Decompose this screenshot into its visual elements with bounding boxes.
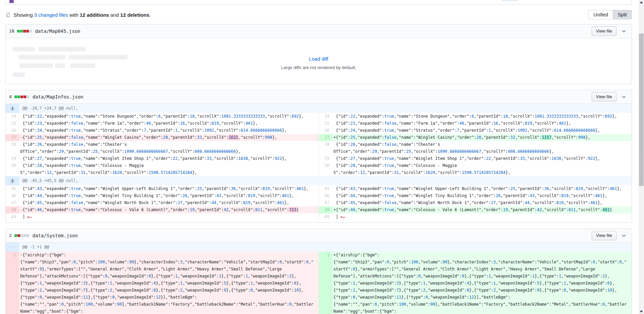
vertical-scrollbar[interactable] — [639, 0, 644, 314]
diff-row: 45 {"id":43,"expanded":true,"name":"Wing… — [6, 185, 632, 192]
diff-row: 1-{"airship":{"bgm":{"name":"Ship3","pan… — [6, 252, 632, 314]
truncated-label-chip — [9, 0, 14, 3]
summary-suffix: . — [149, 12, 151, 18]
line-number[interactable]: 49 — [6, 213, 19, 221]
view-file-button[interactable]: View file — [592, 26, 616, 36]
context-line: 25 {"id":23,"expanded":false,"name":"Far… — [319, 120, 632, 127]
unfold-icon[interactable] — [6, 104, 19, 113]
file-card-map045: 18 data/Map045.json View file Load diff … — [5, 24, 632, 84]
changed-files-link[interactable]: 3 changed files — [34, 12, 68, 18]
changed-word: 1622 — [228, 135, 238, 140]
deleted-code: -{"airship":{"bgm":{"name":"Ship3","pan"… — [19, 252, 319, 314]
skeleton-bar — [13, 72, 25, 77]
line-number[interactable]: 46 — [319, 192, 332, 199]
context-line: 29 {"id":27,"expanded":true,"name":"Wing… — [6, 155, 319, 162]
hunk-header-text: @@ -45,5 +45,5 @@ null, — [19, 176, 82, 185]
context-line: 30 {"id":28,"expanded":true,"name":"Colo… — [6, 162, 319, 176]
line-number[interactable]: 25 — [319, 120, 332, 127]
line-number[interactable]: 28 — [319, 141, 332, 155]
line-number[interactable]: 47 — [6, 199, 19, 206]
context-line: 46 {"id":44,"expanded":true,"name":"Wing… — [6, 192, 319, 199]
load-diff-link[interactable]: Load diff — [309, 56, 328, 62]
summary-middle: with — [68, 12, 80, 18]
deleted-line: 27-{"id":25,"expanded":false,"name":"Win… — [6, 134, 319, 141]
neutral-square — [23, 234, 26, 237]
line-number[interactable]: 28 — [6, 141, 19, 155]
diff-page: Showing 3 changed files with 12 addition… — [5, 0, 632, 314]
chevron-down-icon[interactable] — [622, 233, 626, 238]
line-number[interactable]: 48 — [6, 206, 19, 213]
skeleton-bar — [12, 47, 35, 51]
line-number[interactable]: 49 — [319, 213, 332, 221]
line-number[interactable]: 27 — [6, 134, 19, 141]
context-code: {"id":26,"expanded":false,"name":"Cheste… — [19, 141, 319, 155]
neutral-square — [29, 30, 32, 33]
scroll-up-arrow[interactable] — [640, 1, 643, 3]
addition-square — [14, 234, 17, 237]
line-number[interactable]: 25 — [6, 120, 19, 127]
deleted-line: 1-{"airship":{"bgm":{"name":"Ship3","pan… — [6, 252, 319, 314]
context-line: 24 {"id":22,"expanded":true,"name":"Ston… — [6, 113, 319, 120]
addition-square — [14, 96, 17, 98]
line-number[interactable]: 47 — [319, 199, 332, 206]
context-line: 45 {"id":43,"expanded":true,"name":"Wing… — [319, 185, 632, 192]
diff-toolbar: Showing 3 changed files with 12 addition… — [5, 10, 632, 19]
line-number[interactable]: 29 — [319, 155, 332, 162]
context-code: ] ⊘↵ — [19, 213, 319, 221]
summary-prefix: Showing — [13, 12, 34, 18]
context-line: 26 {"id":24,"expanded":true,"name":"Stra… — [6, 127, 319, 134]
hunk-header-row: ···@@ -1 +1 @@ — [6, 243, 632, 252]
line-number[interactable]: 1 — [319, 252, 332, 314]
deletion-square — [23, 96, 26, 98]
split-view-button[interactable]: Split — [613, 10, 632, 19]
added-line: 48+{"id":46,"expanded":true,"name":"Colo… — [319, 206, 632, 213]
view-file-button[interactable]: View file — [592, 92, 616, 102]
file-path-link[interactable]: data/Map045.json — [35, 28, 80, 35]
line-number[interactable]: 30 — [319, 162, 332, 176]
line-number[interactable]: 48 — [319, 206, 332, 213]
chevron-down-icon[interactable] — [622, 95, 626, 99]
scroll-down-arrow[interactable] — [640, 311, 643, 313]
view-file-button[interactable]: View file — [592, 231, 616, 240]
context-line: 47 {"id":45,"expanded":false,"name":"Win… — [319, 199, 632, 206]
scrollbar-thumb[interactable] — [639, 34, 644, 186]
changed-word: 461 — [602, 207, 610, 212]
hunk-header-row: @@ -24,7 +24,7 @@ null, — [6, 104, 632, 113]
deleted-line: 48-{"id":46,"expanded":true,"name":"Colo… — [6, 206, 319, 213]
file-path-link[interactable]: data/MapInfos.json — [33, 93, 84, 100]
deletion-square — [17, 234, 20, 237]
deleted-code: -{"id":46,"expanded":true,"name":"Coloss… — [19, 206, 319, 213]
line-number[interactable]: 45 — [319, 185, 332, 192]
split-diff-table: ···@@ -1 +1 @@1-{"airship":{"bgm":{"name… — [6, 243, 632, 314]
hunk-header-text: @@ -1 +1 @@ — [19, 243, 52, 252]
context-code: {"id":45,"expanded":false,"name":"Wingle… — [332, 199, 632, 206]
line-number[interactable]: 26 — [6, 127, 19, 134]
skeleton-bar — [38, 47, 86, 51]
collapsed-diff-body: Load diff Large diffs are not rendered b… — [6, 38, 632, 84]
file-path-link[interactable]: data/System.json — [33, 232, 78, 239]
line-number[interactable]: 27 — [319, 134, 332, 141]
file-header: 18 data/Map045.json View file — [6, 24, 632, 38]
context-code: {"id":44,"expanded":true,"name":"Winglet… — [19, 192, 319, 199]
deletion-square — [20, 96, 23, 98]
unfold-icon[interactable] — [6, 176, 19, 185]
line-number[interactable]: 46 — [6, 192, 19, 199]
context-code: {"id":24,"expanded":true,"name":"Stratus… — [19, 127, 319, 134]
line-number[interactable]: 29 — [6, 155, 19, 162]
ellipsis-icon: ··· — [6, 243, 19, 252]
context-code: ] ⊘↵ — [332, 213, 632, 221]
line-number[interactable]: 1 — [6, 252, 19, 314]
diffstat-squares — [14, 234, 29, 237]
changes-count: 18 — [9, 28, 14, 34]
neutral-square — [26, 234, 29, 237]
line-number[interactable]: 30 — [6, 162, 19, 176]
line-number[interactable]: 45 — [6, 185, 19, 192]
line-number[interactable]: 24 — [319, 113, 332, 120]
chevron-down-icon[interactable] — [622, 29, 626, 34]
context-line: 28 {"id":26,"expanded":false,"name":"Che… — [319, 141, 632, 155]
unified-view-button[interactable]: Unified — [588, 10, 613, 19]
deletion-square — [23, 30, 26, 33]
changes-count: 2 — [9, 233, 12, 238]
line-number[interactable]: 26 — [319, 127, 332, 134]
line-number[interactable]: 24 — [6, 113, 19, 120]
